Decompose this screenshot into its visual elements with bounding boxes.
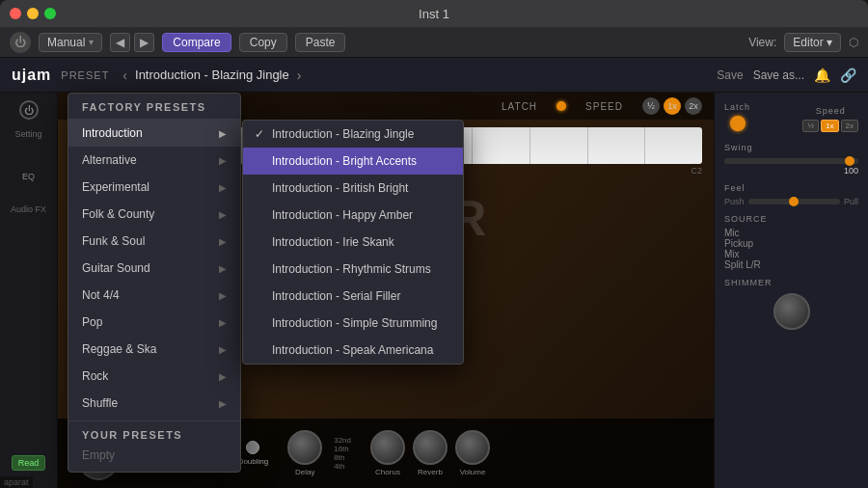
latch-label: Latch [502, 101, 537, 112]
source-mic[interactable]: Mic [724, 228, 858, 238]
submenu-item-happy-amber[interactable]: ✓ Introduction - Happy Amber [243, 202, 463, 229]
submenu-item-serial-filler[interactable]: ✓ Introduction - Serial Filler [243, 283, 463, 310]
submenu-item-speak-americana[interactable]: ✓ Introduction - Speak Americana [243, 337, 463, 364]
feel-slider[interactable] [748, 199, 840, 204]
paste-button[interactable]: Paste [295, 33, 346, 52]
category-introduction[interactable]: Introduction ▶ [68, 120, 240, 147]
factory-presets-header: FACTORY PRESETS [68, 94, 240, 120]
category-shuffle[interactable]: Shuffle ▶ [68, 390, 240, 417]
feel-section: Feel Push Pull [724, 183, 858, 206]
c2-label: C2 [691, 166, 702, 176]
close-button[interactable] [10, 8, 21, 19]
swing-thumb [845, 156, 854, 166]
latch-led-right[interactable] [730, 116, 746, 131]
category-not44[interactable]: Not 4/4 ▶ [68, 282, 240, 309]
chevron-right-icon: ▶ [219, 263, 227, 274]
submenu-item-simple-strumming[interactable]: ✓ Introduction - Simple Strumming [243, 310, 463, 337]
minimize-button[interactable] [27, 8, 39, 19]
no-check-icon: ✓ [255, 208, 272, 222]
chevron-right-icon: ▶ [219, 290, 227, 301]
latch-section: Latch [724, 102, 750, 135]
dropdown-overlay: FACTORY PRESETS Introduction ▶ Alternati… [68, 93, 464, 473]
shimmer-knob[interactable] [773, 293, 810, 330]
submenu-item-blazing-jingle[interactable]: ✓ Introduction - Blazing Jingle [243, 121, 463, 148]
sidebar-item-setting[interactable]: Setting [11, 125, 45, 143]
category-alternative[interactable]: Alternative ▶ [68, 147, 240, 174]
manual-selector[interactable]: Manual ▾ [39, 33, 102, 52]
chevron-right-icon: ▶ [219, 209, 227, 220]
nav-buttons: ◀ ▶ [110, 33, 154, 52]
preset-prev-button[interactable]: ‹ [119, 68, 131, 83]
speed-section: Speed ½ 1x 2x [802, 106, 858, 132]
compare-button[interactable]: Compare [162, 33, 231, 52]
speed-half-button[interactable]: ½ [642, 97, 660, 115]
latch-speed-row: Latch Speed ½ 1x 2x [724, 102, 858, 135]
forward-button[interactable]: ▶ [134, 33, 154, 52]
back-button[interactable]: ◀ [110, 33, 130, 52]
category-reggae-ska[interactable]: Reggae & Ska ▶ [68, 336, 240, 363]
speed-0.5x-btn[interactable]: ½ [802, 120, 819, 132]
piano-key[interactable] [588, 127, 646, 164]
source-mix[interactable]: Mix [724, 249, 858, 259]
power-button[interactable] [10, 32, 31, 53]
swing-label: Swing [724, 143, 858, 152]
category-rock[interactable]: Rock ▶ [68, 363, 240, 390]
source-pickup[interactable]: Pickup [724, 238, 858, 249]
chevron-right-icon: ▶ [219, 317, 227, 328]
submenu-item-irie-skank[interactable]: ✓ Introduction - Irie Skank [243, 229, 463, 256]
category-funk-soul[interactable]: Funk & Soul ▶ [68, 228, 240, 255]
push-label: Push [724, 197, 745, 206]
no-check-icon: ✓ [255, 343, 272, 357]
no-check-icon: ✓ [255, 316, 272, 330]
speed-2x-btn[interactable]: 2x [841, 120, 858, 132]
speed-1x-btn[interactable]: 1x [821, 120, 838, 132]
window-title: Inst 1 [419, 7, 449, 21]
submenu-item-rhythmic-strums[interactable]: ✓ Introduction - Rhythmic Strums [243, 256, 463, 283]
sidebar-item-eq[interactable]: EQ [18, 168, 39, 185]
shimmer-section: SHIMMER [724, 278, 858, 330]
right-panel: Latch Speed ½ 1x 2x Swing 100 Feel [714, 93, 868, 488]
category-experimental[interactable]: Experimental ▶ [68, 174, 240, 201]
link-icon-header: 🔗 [840, 68, 856, 83]
no-check-icon: ✓ [255, 154, 272, 168]
category-pop[interactable]: Pop ▶ [68, 309, 240, 336]
speed-1x-button[interactable]: 1x [664, 97, 681, 115]
factory-presets-menu: FACTORY PRESETS Introduction ▶ Alternati… [68, 93, 241, 473]
copy-button[interactable]: Copy [239, 33, 287, 52]
check-icon: ✓ [255, 127, 272, 141]
piano-key[interactable] [645, 127, 702, 164]
latch-section-label: Latch [724, 102, 750, 112]
submenu-item-bright-accents[interactable]: ✓ Introduction - Bright Accents [243, 148, 463, 175]
swing-slider[interactable] [724, 158, 858, 164]
swing-section: Swing 100 [724, 143, 858, 176]
view-selector[interactable]: Editor ▾ [784, 33, 841, 52]
speed-2x-button[interactable]: 2x [685, 97, 702, 115]
your-presets-header: YOUR PRESETS [68, 420, 240, 445]
chevron-right-icon: ▶ [219, 128, 227, 139]
chevron-right-icon: ▶ [219, 371, 227, 382]
toolbar-right: View: Editor ▾ ⬡ [748, 33, 858, 52]
source-split-lr[interactable]: Split L/R [724, 259, 858, 270]
swing-value: 100 [724, 166, 858, 176]
category-folk-county[interactable]: Folk & County ▶ [68, 201, 240, 228]
toolbar: Manual ▾ ◀ ▶ Compare Copy Paste View: Ed… [0, 27, 868, 58]
chevron-right-icon: ▶ [219, 182, 227, 193]
category-guitar-sound[interactable]: Guitar Sound ▶ [68, 255, 240, 282]
piano-key[interactable] [473, 127, 530, 164]
preset-label: PRESET [61, 69, 109, 81]
save-as-button[interactable]: Save as... [753, 68, 804, 82]
latch-led[interactable] [556, 101, 566, 111]
submenu-item-british-bright[interactable]: ✓ Introduction - British Bright [243, 175, 463, 202]
window-controls[interactable] [10, 8, 56, 19]
piano-key[interactable] [530, 127, 588, 164]
feel-thumb [789, 197, 799, 206]
speed-section-label: Speed [802, 106, 858, 116]
link-icon: ⬡ [849, 36, 858, 49]
chevron-right-icon: ▶ [219, 344, 227, 355]
save-button[interactable]: Save [717, 68, 743, 82]
maximize-button[interactable] [44, 8, 56, 19]
preset-next-button[interactable]: › [293, 68, 306, 83]
sidebar-item-audiofx[interactable]: Audio FX [7, 201, 50, 218]
read-button[interactable]: Read [12, 455, 46, 471]
pull-label: Pull [844, 197, 858, 206]
